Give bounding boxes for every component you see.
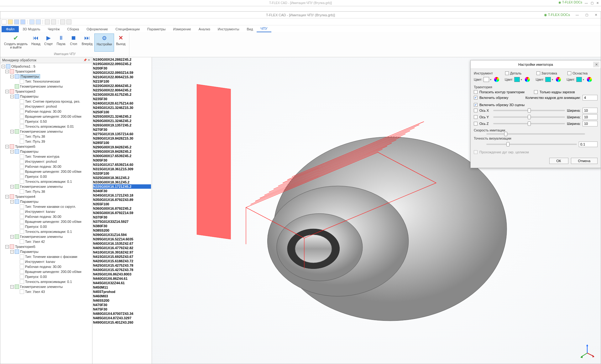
tree-node[interactable]: Точность аппроксимации: 0.01 xyxy=(0,124,92,129)
tab-bom[interactable]: Спецификации xyxy=(112,26,143,32)
tree-expander-icon[interactable]: – xyxy=(10,285,14,289)
gcode-line[interactable]: N200F30 xyxy=(93,66,151,70)
minimize-icon[interactable]: — xyxy=(572,12,582,18)
qat-extra2-icon[interactable] xyxy=(66,19,71,24)
ok-button[interactable]: ОК xyxy=(549,158,568,164)
tree-expander-icon[interactable]: – xyxy=(5,145,9,148)
tree-node[interactable]: Припуск: 0.00 xyxy=(0,274,92,279)
gcode-line[interactable]: N405G01X16.4779Z42.82 xyxy=(93,246,151,250)
tree-expander-icon[interactable]: – xyxy=(2,65,5,68)
enable-3d-trim-checkbox[interactable] xyxy=(474,103,478,107)
axis-z-checkbox[interactable] xyxy=(474,122,478,126)
tree-node[interactable]: Тип: Путь 38 xyxy=(0,189,92,194)
color4-dropdown[interactable] xyxy=(576,77,582,82)
tree-node[interactable]: Припуск: 0.00 xyxy=(0,224,92,229)
gcode-line[interactable]: N425G01X15.4275Z43.78 xyxy=(93,263,151,268)
qat-redo-icon[interactable] xyxy=(36,19,41,24)
gcode-line[interactable]: N350G01X16.8792Z43.89 xyxy=(93,197,151,202)
colorwheel4-icon[interactable] xyxy=(587,77,592,82)
gcode-line[interactable]: N365G00X16.8792Z14.59 xyxy=(93,211,151,215)
forward-button[interactable]: Вперёд xyxy=(80,33,95,52)
tree-node[interactable]: –Обработка1 : 5 xyxy=(0,64,92,69)
gcode-line[interactable]: N445G01X32Z44.61 xyxy=(93,281,151,285)
tree-node[interactable]: Точность аппроксимации: 0.1 xyxy=(0,229,92,234)
gcode-line[interactable]: N265G00X19.1357Z45.2 xyxy=(93,123,151,127)
gcode-line[interactable]: N235F30 xyxy=(93,97,151,101)
pause-button[interactable]: Пауза xyxy=(55,33,67,52)
hide-contour-checkbox[interactable] xyxy=(474,90,478,94)
mdi-close-icon[interactable]: ✕ xyxy=(591,12,601,18)
create-and-exit-button[interactable]: Создать модель и выйти xyxy=(2,33,29,52)
tree-node[interactable]: Рабочая подача: 30.00 xyxy=(0,109,92,114)
cancel-button[interactable]: Отмена xyxy=(571,158,598,164)
tree-node[interactable]: –Параметры xyxy=(0,94,92,99)
tab-parameters[interactable]: Параметры xyxy=(144,26,170,32)
tree-node[interactable]: –Траектория4 xyxy=(0,69,92,74)
back-button[interactable]: Назад xyxy=(29,33,42,52)
gcode-line[interactable]: N275G01X19.1357Z14.60 xyxy=(93,132,151,136)
tree-expander-icon[interactable]: – xyxy=(10,150,14,153)
qat-save-icon[interactable] xyxy=(14,19,19,24)
viz-precision-input[interactable] xyxy=(579,141,598,147)
tree-node[interactable]: –Геометрические элементы xyxy=(0,129,92,134)
qat-open-icon[interactable] xyxy=(8,19,13,24)
tree-node[interactable]: –Геометрические элементы xyxy=(0,284,92,289)
colorwheel3-icon[interactable] xyxy=(556,77,561,82)
gcode-line[interactable]: N330G00X18.361Z45.2 xyxy=(93,180,151,184)
axis-x-checkbox[interactable] xyxy=(474,109,478,112)
tree-node[interactable]: Тип: Точение канавки со скругл. xyxy=(0,204,92,209)
tree-node[interactable]: –Траектория3 xyxy=(0,89,92,94)
tree-node[interactable]: Инструмент: prohod xyxy=(0,104,92,109)
rig-checkbox[interactable] xyxy=(567,71,571,75)
tree-expander-icon[interactable]: – xyxy=(5,70,9,73)
tree-node[interactable]: Тип: Узел 42 xyxy=(0,239,92,244)
gcode-line[interactable]: N195G00X22.0993Z45.2 xyxy=(93,62,151,66)
tree-node[interactable]: Рабочая подача: 30.00 xyxy=(0,214,92,219)
gcode-line[interactable]: N345G01X16.1721Z43.18 xyxy=(93,193,151,197)
tree-node[interactable]: –Параметры xyxy=(0,249,92,254)
tab-assembly[interactable]: Сборка xyxy=(64,26,83,32)
pin-icon[interactable]: 📌 ✕ xyxy=(83,59,90,62)
gcode-line[interactable]: N385S200 xyxy=(93,228,151,233)
tree-node[interactable]: Тип: Путь 38 xyxy=(0,134,92,139)
tree-expander-icon[interactable]: – xyxy=(10,235,14,238)
tree-expander-icon[interactable]: – xyxy=(5,245,9,249)
gcode-line[interactable]: N255G00X21.3246Z45.2 xyxy=(93,114,151,119)
tree-node[interactable]: Припуск: 0.00 xyxy=(0,174,92,179)
gcode-line[interactable]: N380F30 xyxy=(93,224,151,228)
tree-node[interactable]: Точность аппроксимации: 0.1 xyxy=(0,279,92,284)
dialog-close-icon[interactable]: ✕ xyxy=(593,62,599,67)
axis-x-slider[interactable] xyxy=(493,110,565,111)
color2-dropdown[interactable] xyxy=(514,77,520,82)
panel-header[interactable]: Менеджер обработок 📌 ✕ xyxy=(0,57,92,63)
gcode-line[interactable]: N470F30 xyxy=(93,303,151,307)
viz-slider[interactable] xyxy=(486,144,577,145)
tree-node[interactable]: Тип: Точение канавки с фасками xyxy=(0,254,92,259)
gcode-line[interactable]: N210G01X22.8064Z15.30 xyxy=(93,75,151,79)
qat-undo-icon[interactable] xyxy=(29,19,34,24)
gcode-line[interactable]: N480G01X4.87007Z43.34 xyxy=(93,311,151,316)
tflex-docs-badge[interactable]: T-FLEX DOCs xyxy=(544,13,570,17)
qat-extra1-icon[interactable] xyxy=(60,19,65,24)
gcode-line[interactable]: N305F30 xyxy=(93,158,151,162)
speed-slider[interactable] xyxy=(486,133,585,135)
gcode-line[interactable]: N395G01X16.52Z14.6035 xyxy=(93,237,151,241)
tree-node[interactable]: Тип: Путь 39 xyxy=(0,139,92,144)
tree-expander-icon[interactable]: – xyxy=(10,130,14,133)
gcode-line[interactable]: N320F100 xyxy=(93,171,151,176)
maximize-icon[interactable]: ▢ xyxy=(582,12,591,18)
gcode-line[interactable]: N220G00X22.8064Z45.2 xyxy=(93,84,151,88)
gcode-line[interactable]: N225G00X22.8064Z45.2 xyxy=(93,88,151,92)
colorwheel2-icon[interactable] xyxy=(525,77,530,82)
tree-expander-icon[interactable]: – xyxy=(10,200,14,203)
tab-view[interactable]: Вид xyxy=(243,26,257,32)
gcode-line[interactable]: N460M03 xyxy=(93,294,151,298)
gcode-line[interactable]: N410G01X16.3918Z42.97 xyxy=(93,250,151,254)
frames-input[interactable] xyxy=(583,95,598,100)
gcode-line[interactable]: N315G01X18.361Z15.309 xyxy=(93,167,151,171)
gcode-line[interactable]: N355F100 xyxy=(93,202,151,206)
color3-dropdown[interactable] xyxy=(545,77,551,82)
tab-measure[interactable]: Измерение xyxy=(170,26,195,32)
tab-tools[interactable]: Инструменты xyxy=(214,26,243,32)
colorwheel1-icon[interactable] xyxy=(494,77,499,82)
